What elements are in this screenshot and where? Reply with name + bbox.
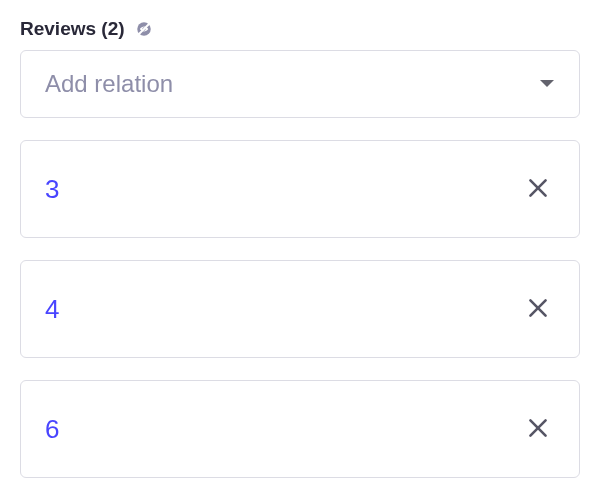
relation-list: 3 4 6 xyxy=(20,140,580,478)
section-title: Reviews (2) xyxy=(20,18,125,40)
relation-item: 4 xyxy=(20,260,580,358)
add-relation-select[interactable]: Add relation xyxy=(20,50,580,118)
relation-link[interactable]: 4 xyxy=(45,294,59,325)
remove-relation-button[interactable] xyxy=(521,411,555,448)
section-header: Reviews (2) xyxy=(20,18,580,40)
relation-item: 6 xyxy=(20,380,580,478)
close-icon xyxy=(525,175,551,204)
relation-link[interactable]: 6 xyxy=(45,414,59,445)
private-icon xyxy=(135,20,153,38)
add-relation-placeholder: Add relation xyxy=(45,70,173,98)
close-icon xyxy=(525,295,551,324)
relation-item: 3 xyxy=(20,140,580,238)
relation-link[interactable]: 3 xyxy=(45,174,59,205)
caret-down-icon xyxy=(539,79,555,89)
remove-relation-button[interactable] xyxy=(521,171,555,208)
remove-relation-button[interactable] xyxy=(521,291,555,328)
close-icon xyxy=(525,415,551,444)
